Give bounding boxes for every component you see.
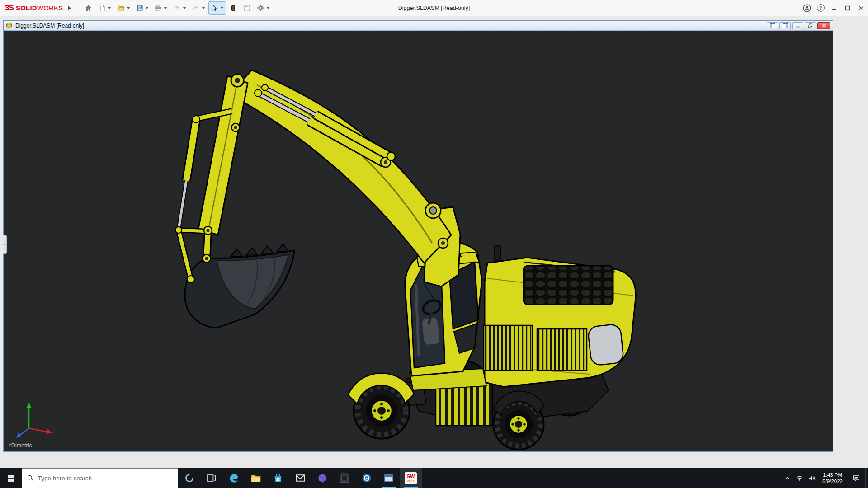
taskbar-item-capture-tool[interactable] xyxy=(333,468,355,488)
window-app-icon xyxy=(383,473,394,483)
quick-access-toolbar xyxy=(82,1,272,15)
taskbar-item-mail[interactable] xyxy=(289,468,311,488)
restore-icon xyxy=(808,23,813,28)
file-properties-button[interactable] xyxy=(241,1,253,15)
taskbar-item-cortana[interactable] xyxy=(178,468,200,488)
doc-close-button[interactable] xyxy=(817,22,830,29)
orientation-triad xyxy=(12,400,55,439)
close-icon xyxy=(859,5,864,11)
file-explorer-icon xyxy=(250,473,261,483)
start-button[interactable] xyxy=(0,468,22,488)
open-folder-icon xyxy=(117,4,125,12)
dropdown-arrow-icon xyxy=(108,7,111,9)
network-button[interactable] xyxy=(793,468,806,488)
home-button[interactable] xyxy=(82,1,95,15)
dassault-logo-mark: ЗS xyxy=(5,4,14,13)
doc-minimize-button[interactable] xyxy=(792,22,803,29)
new-document-icon xyxy=(99,5,106,12)
side-vent-2 xyxy=(537,329,587,371)
open-button[interactable] xyxy=(114,1,132,15)
exhaust-stack xyxy=(495,246,501,260)
print-icon xyxy=(155,5,162,12)
redo-button[interactable] xyxy=(189,1,208,15)
dropdown-arrow-icon xyxy=(267,7,269,9)
ladder-frame xyxy=(436,383,493,426)
volume-icon xyxy=(808,474,816,482)
taskbar-item-edge[interactable] xyxy=(222,468,245,488)
help-icon: ? xyxy=(817,4,825,12)
taskbar-clock[interactable]: 1:43 PM 5/9/2022 xyxy=(818,468,847,488)
document-title: Digger.SLDASM [Read-only] xyxy=(15,23,84,29)
taskbar-search[interactable] xyxy=(22,468,178,488)
doc-restore-button[interactable] xyxy=(805,22,816,29)
clock-date: 5/9/2022 xyxy=(822,478,843,484)
save-icon xyxy=(136,5,143,12)
counterweight-panel xyxy=(588,324,624,366)
desktop: { "app": { "logo_mark": "ЗS", "brand_bol… xyxy=(0,0,868,488)
document-window: Digger.SLDASM [Read-only] xyxy=(3,20,833,452)
store-icon xyxy=(273,473,283,483)
taskbar-item-3d-viewer[interactable] xyxy=(311,468,333,488)
account-button[interactable] xyxy=(800,0,814,16)
dropdown-arrow-icon xyxy=(146,7,148,9)
options-button[interactable] xyxy=(254,1,272,15)
home-icon xyxy=(85,4,92,12)
redo-icon xyxy=(192,4,200,12)
rebuild-icon xyxy=(230,5,237,12)
taskbar-item-store[interactable] xyxy=(267,468,289,488)
save-button[interactable] xyxy=(133,1,151,15)
dropdown-arrow-icon xyxy=(221,7,223,9)
taskbar-item-cad-tool[interactable] xyxy=(355,468,377,488)
print-button[interactable] xyxy=(152,1,170,15)
taskbar-item-task-view[interactable] xyxy=(200,468,222,488)
options-gear-icon xyxy=(257,4,264,12)
cortana-icon xyxy=(184,473,194,483)
undo-button[interactable] xyxy=(170,1,189,15)
doc-pane-button-2[interactable] xyxy=(779,22,791,29)
show-desktop-button[interactable] xyxy=(865,468,868,488)
collapse-arrow-icon xyxy=(4,243,5,246)
dropdown-arrow-icon xyxy=(202,7,205,9)
view-orientation-label: *Dimetric xyxy=(9,442,32,449)
edge-icon xyxy=(228,473,239,483)
close-button[interactable] xyxy=(854,0,868,16)
brand-name-light: WORKS xyxy=(37,4,63,12)
file-properties-icon xyxy=(243,5,250,12)
minimize-icon xyxy=(831,5,837,11)
action-center-icon xyxy=(852,474,860,482)
rebuild-button[interactable] xyxy=(227,1,240,15)
taskbar-item-solidworks[interactable]: SW 2021 xyxy=(400,468,422,488)
taskbar-item-window-app[interactable] xyxy=(377,468,400,488)
maximize-button[interactable] xyxy=(841,0,854,16)
minimize-button[interactable] xyxy=(827,0,841,16)
windows-logo-icon xyxy=(7,474,15,482)
graphics-viewport[interactable]: *Dimetric xyxy=(4,31,833,451)
doc-pane-button-1[interactable] xyxy=(767,22,778,29)
dropdown-arrow-icon xyxy=(127,7,130,9)
solidworks-logo: ЗS SOLIDWORKS xyxy=(0,4,75,13)
assembly-document-icon xyxy=(5,22,13,29)
tray-expand-button[interactable] xyxy=(781,468,793,488)
mail-icon xyxy=(295,473,306,483)
menu-expand-icon[interactable] xyxy=(68,6,71,10)
maximize-icon xyxy=(845,5,850,11)
brand-name-bold: SOLID xyxy=(16,4,37,12)
document-titlebar[interactable]: Digger.SLDASM [Read-only] xyxy=(4,21,833,31)
dropdown-arrow-icon xyxy=(183,7,186,9)
pane-right-icon xyxy=(783,23,788,28)
featuremanager-collapse-tab[interactable] xyxy=(3,235,7,254)
solidworks-app-icon: SW 2021 xyxy=(405,472,417,484)
taskbar-item-file-explorer[interactable] xyxy=(245,468,267,488)
operator-seat xyxy=(422,317,440,345)
search-input[interactable] xyxy=(38,475,173,482)
help-button[interactable]: ? xyxy=(814,0,827,16)
volume-button[interactable] xyxy=(806,468,818,488)
select-tool-button[interactable] xyxy=(208,1,226,15)
network-icon xyxy=(796,474,803,482)
excavator-model[interactable] xyxy=(4,31,833,451)
account-icon xyxy=(802,4,811,13)
new-document-button[interactable] xyxy=(96,1,113,15)
system-tray: 1:43 PM 5/9/2022 xyxy=(781,468,868,488)
action-center-button[interactable] xyxy=(847,468,865,488)
taskbar-icons: SW 2021 xyxy=(178,468,422,488)
